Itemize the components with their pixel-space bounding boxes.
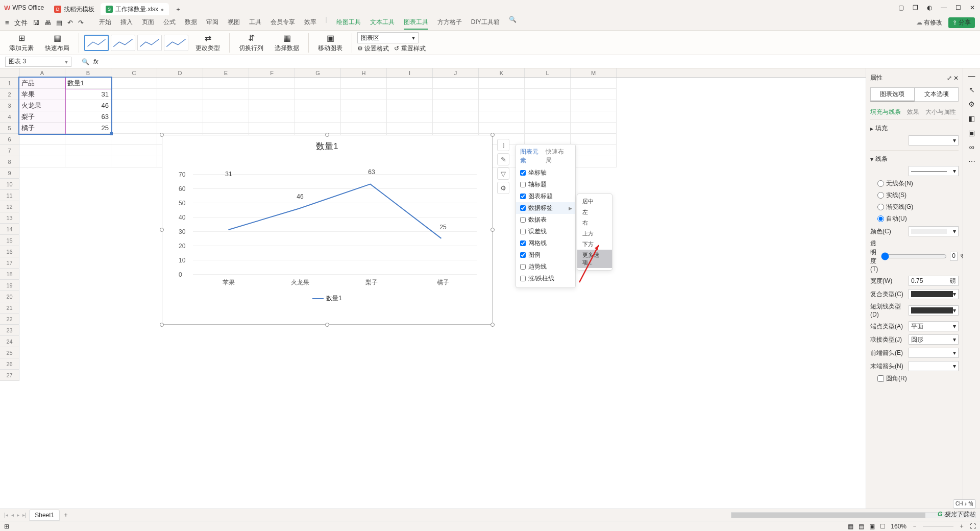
round-corner-checkbox[interactable] (877, 375, 884, 382)
col-J[interactable]: J (433, 68, 479, 77)
tab-draw-tools[interactable]: 绘图工具 (336, 16, 361, 30)
share-button[interactable]: ⇪ 分享 (948, 17, 975, 28)
submenu-item[interactable]: 右 (577, 218, 612, 228)
chart-legend[interactable]: 数量1 (162, 290, 492, 307)
popup-tab-elements[interactable]: 图表元素 (520, 148, 541, 165)
style-thumb-3[interactable] (137, 35, 162, 51)
chart-element-item[interactable]: 误差线 (516, 226, 575, 237)
section-line[interactable]: ▾ 线条 (870, 154, 959, 164)
add-element-button[interactable]: ⊞添加元素 (5, 33, 38, 53)
pin-icon[interactable]: ⤢ (947, 75, 952, 82)
radio-solid[interactable] (877, 192, 884, 199)
tab-view[interactable]: 视图 (228, 16, 240, 30)
tab-text-options[interactable]: 文本选项 (915, 87, 959, 102)
nav-first[interactable]: |◂ (4, 512, 8, 514)
redo-icon[interactable]: ↷ (78, 19, 84, 27)
add-sheet-button[interactable]: ＋ (63, 511, 69, 514)
submenu-item[interactable]: 上方 (577, 228, 612, 239)
subtab-fill-line[interactable]: 填充与线条 (870, 108, 901, 116)
fill-dropdown[interactable]: ▾ (909, 135, 959, 146)
nav-prev[interactable]: ◂ (11, 512, 14, 514)
cell-B1[interactable]: 数量1 (65, 78, 111, 89)
tab-chart-options[interactable]: 图表选项 (870, 87, 915, 102)
subtab-effects[interactable]: 效果 (907, 108, 919, 116)
line-dropdown[interactable]: ▾ (909, 166, 959, 176)
row-1[interactable]: 1 (0, 78, 19, 89)
tab-template[interactable]: D 找稻壳模板 (49, 3, 100, 15)
panel-icon[interactable]: ▢ (897, 4, 904, 11)
file-menu[interactable]: 文件 (14, 18, 28, 28)
chart-element-item[interactable]: 网格线 (516, 237, 575, 249)
nav-last[interactable]: ▸| (22, 512, 27, 514)
tab-member[interactable]: 会员专享 (271, 16, 295, 30)
tab-formula[interactable]: 公式 (163, 16, 176, 30)
submenu-item[interactable]: 下方 (577, 239, 612, 250)
col-B[interactable]: B (65, 68, 111, 77)
close-button[interactable]: ✕ (969, 4, 976, 11)
chart-element-item[interactable]: 趋势线 (516, 261, 575, 273)
fx-icon[interactable]: fx (93, 58, 98, 65)
col-I[interactable]: I (387, 68, 433, 77)
chart-plot-area[interactable]: 0 10 20 30 40 50 60 70 31 46 63 25 苹果 火龙… (178, 157, 477, 290)
collapse-icon[interactable]: ― (968, 71, 975, 80)
undo-icon[interactable]: ↶ (67, 19, 73, 27)
submenu-item[interactable]: 左 (577, 207, 612, 218)
tab-efficiency[interactable]: 效率 (304, 16, 316, 30)
name-box[interactable]: 图表 3▾ (5, 57, 71, 67)
set-format-button[interactable]: ⚙ 设置格式 (357, 44, 389, 53)
save-icon[interactable]: 🖫 (33, 19, 39, 27)
col-H[interactable]: H (341, 68, 387, 77)
cell-A1[interactable]: 产品 (19, 78, 65, 89)
opacity-input[interactable]: 0 (950, 252, 958, 261)
col-F[interactable]: F (249, 68, 295, 77)
radio-gradient[interactable] (877, 204, 884, 210)
tab-fangfang[interactable]: 方方格子 (437, 16, 462, 30)
zoom-fx-icon[interactable]: 🔍 (82, 58, 89, 65)
col-L[interactable]: L (525, 68, 571, 77)
nav-next[interactable]: ▸ (17, 512, 19, 514)
swap-rowcol-button[interactable]: ⇵切换行列 (235, 33, 267, 53)
dash-dropdown[interactable]: ▾ (909, 305, 959, 316)
search-icon[interactable]: 🔍 (509, 16, 517, 30)
tab-chart-tools[interactable]: 图表工具 (404, 16, 428, 30)
tab-diy[interactable]: DIY工具箱 (471, 16, 500, 30)
join-dropdown[interactable]: 圆形▾ (909, 334, 959, 345)
opacity-slider[interactable] (881, 252, 947, 260)
col-G[interactable]: G (295, 68, 341, 77)
resize-handle[interactable] (160, 133, 164, 137)
minimize-button[interactable]: ― (940, 4, 947, 11)
reset-style-button[interactable]: ↺ 重置样式 (394, 44, 425, 53)
new-tab-button[interactable]: ＋ (170, 3, 186, 15)
compound-dropdown[interactable]: ▾ (909, 289, 959, 299)
move-chart-button[interactable]: ▣移动图表 (314, 33, 347, 53)
embedded-chart[interactable]: 数量1 0 10 20 30 40 50 60 70 31 46 63 (162, 135, 493, 325)
submenu-item[interactable]: 居中 (577, 196, 612, 207)
maximize-button[interactable]: ☐ (954, 4, 962, 11)
tab-page[interactable]: 页面 (142, 16, 154, 30)
tab-data[interactable]: 数据 (185, 16, 197, 30)
radio-auto[interactable] (877, 215, 884, 222)
link-icon[interactable]: ∞ (969, 143, 974, 151)
user-icon[interactable]: ◐ (926, 4, 933, 11)
style-thumb-1[interactable] (84, 35, 109, 51)
changes-label[interactable]: 有修改 (924, 19, 942, 26)
col-D[interactable]: D (157, 68, 203, 77)
chart-element-item[interactable]: 轴标题 (516, 179, 575, 190)
chart-element-item[interactable]: 数据表 (516, 214, 575, 226)
screenshot-icon[interactable]: ▣ (968, 129, 975, 137)
tab-workbook[interactable]: S 工作簿数量.xlsx ● (101, 3, 169, 15)
popup-tab-layout[interactable]: 快速布局 (546, 148, 566, 165)
quick-layout-button[interactable]: ▦快速布局 (41, 33, 74, 53)
sheet-area[interactable]: A B C D E F G H I J K L M 12345678910111… (0, 68, 866, 514)
chart-settings-button[interactable]: ⚙ (497, 182, 509, 194)
section-fill[interactable]: ▸ 填充 (870, 123, 959, 134)
tab-review[interactable]: 审阅 (206, 16, 218, 30)
chart-elements-button[interactable]: ⫿ (497, 139, 509, 151)
chart-element-item[interactable]: 图表标题 (516, 190, 575, 202)
chart-element-item[interactable]: 数据标签▶ (516, 202, 575, 214)
col-K[interactable]: K (479, 68, 525, 77)
select-all-corner[interactable] (0, 68, 19, 77)
col-A[interactable]: A (19, 68, 65, 77)
select-icon[interactable]: ↖ (969, 86, 975, 94)
col-E[interactable]: E (203, 68, 249, 77)
